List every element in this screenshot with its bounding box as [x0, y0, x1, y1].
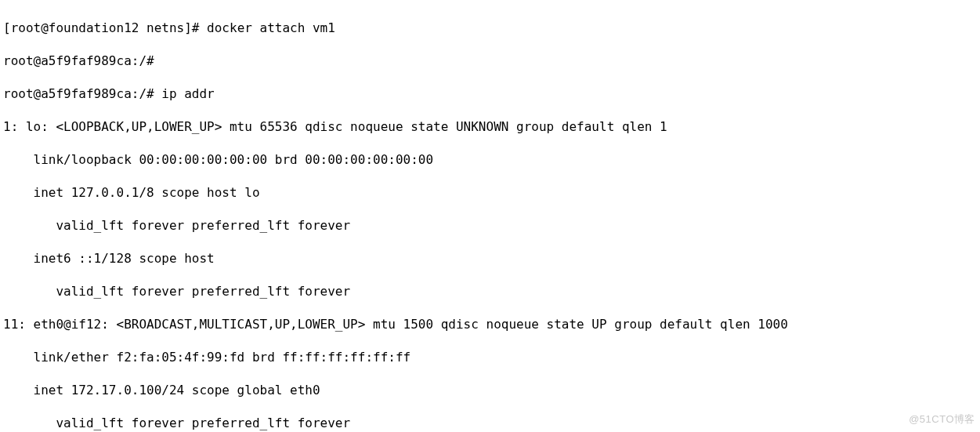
ipaddr-output-line: valid_lft forever preferred_lft forever — [3, 283, 980, 299]
ipaddr-output-line: valid_lft forever preferred_lft forever — [3, 217, 980, 234]
command-text: docker attach vm1 — [207, 20, 335, 35]
ipaddr-output-line: inet 127.0.0.1/8 scope host lo — [3, 184, 980, 201]
ipaddr-output-line: valid_lft forever preferred_lft forever — [3, 415, 980, 431]
prompt-line: root@a5f9faf989ca:/# — [3, 53, 980, 69]
ipaddr-output-line: inet6 ::1/128 scope host — [3, 250, 980, 267]
command-text: ip addr — [161, 86, 214, 101]
ipaddr-output-line: 1: lo: <LOOPBACK,UP,LOWER_UP> mtu 65536 … — [3, 118, 980, 135]
ipaddr-output-line: link/ether f2:fa:05:4f:99:fd brd ff:ff:f… — [3, 349, 980, 365]
watermark-text: @51CTO博客 — [909, 411, 975, 427]
terminal-output[interactable]: [root@foundation12 netns]# docker attach… — [0, 0, 980, 432]
prompt-line: root@a5f9faf989ca:/# ip addr — [3, 85, 980, 102]
host-prompt: [root@foundation12 netns]# — [3, 20, 207, 35]
prompt-line: [root@foundation12 netns]# docker attach… — [3, 20, 980, 36]
ipaddr-output-line: link/loopback 00:00:00:00:00:00 brd 00:0… — [3, 151, 980, 168]
ipaddr-output-line: 11: eth0@if12: <BROADCAST,MULTICAST,UP,L… — [3, 316, 980, 332]
container-prompt: root@a5f9faf989ca:/# — [3, 53, 161, 68]
ipaddr-output-line: inet 172.17.0.100/24 scope global eth0 — [3, 382, 980, 398]
container-prompt: root@a5f9faf989ca:/# — [3, 86, 161, 101]
